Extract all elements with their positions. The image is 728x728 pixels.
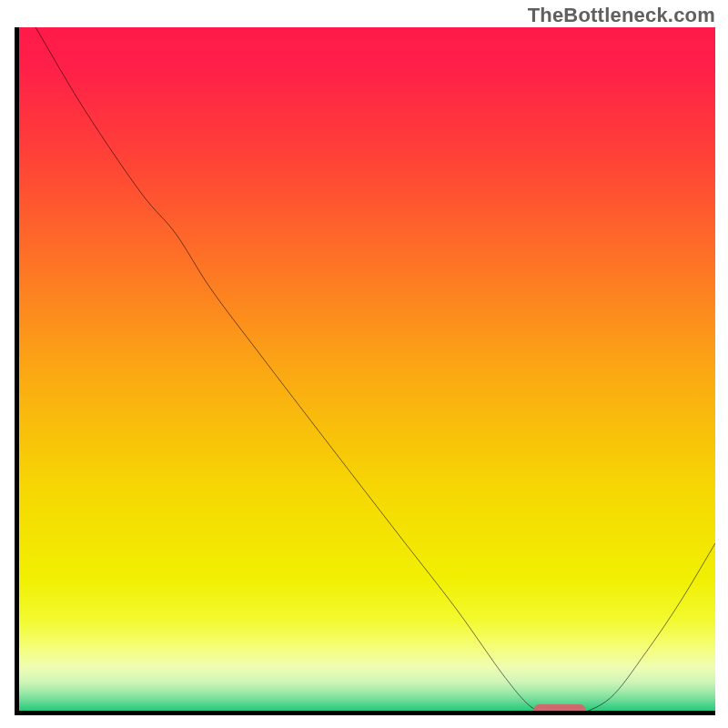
- plot-area: [15, 27, 715, 715]
- optimal-range-marker: [533, 704, 586, 715]
- chart-canvas: TheBottleneck.com: [0, 0, 728, 728]
- watermark-text: TheBottleneck.com: [528, 4, 715, 27]
- bottleneck-curve: [15, 27, 715, 715]
